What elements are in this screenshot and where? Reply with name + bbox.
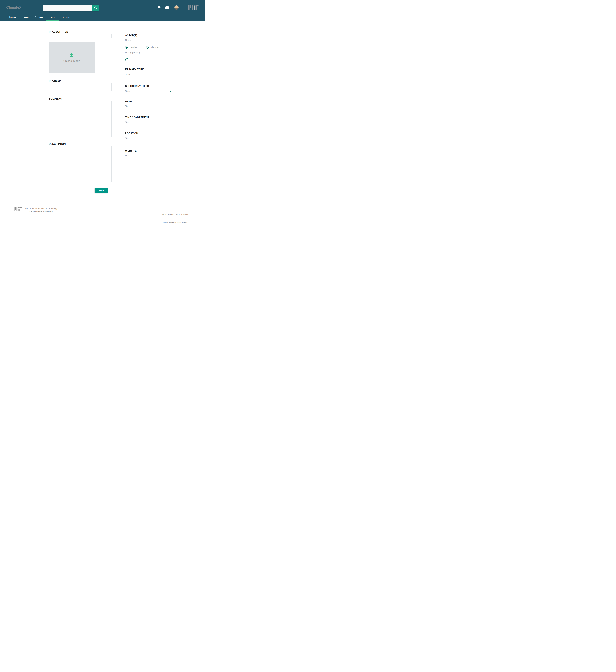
secondary-topic-select[interactable]: Select bbox=[125, 89, 172, 94]
secondary-topic-label: SECONDARY TOPIC bbox=[125, 84, 164, 88]
mit-footer-logo bbox=[14, 207, 22, 212]
time-commitment-label: TIME COMMITMENT bbox=[125, 116, 172, 119]
actor-url-input[interactable] bbox=[125, 51, 172, 54]
tagline-line1: We're scrappy. We're evolving. bbox=[162, 213, 189, 216]
date-field bbox=[125, 104, 172, 109]
climatex-logo[interactable]: ClimateX bbox=[6, 5, 21, 10]
footer: Massachusetts Institute of Technology Ca… bbox=[0, 204, 205, 224]
time-commitment-field bbox=[125, 120, 172, 125]
form-left-column: PROJECT TITLE Upload image PROBLEM SOLUT… bbox=[49, 21, 112, 193]
notifications-button[interactable] bbox=[158, 5, 161, 10]
primary-topic-label: PRIMARY TOPIC bbox=[125, 68, 164, 71]
radio-option-leader[interactable]: Leader bbox=[125, 46, 137, 49]
location-field bbox=[125, 136, 172, 141]
description-label: DESCRIPTION bbox=[49, 142, 100, 145]
nav-item-learn[interactable]: Learn bbox=[20, 15, 33, 21]
mail-icon bbox=[165, 6, 169, 9]
nav-item-home[interactable]: Home bbox=[6, 15, 19, 21]
header: ClimateX bbox=[0, 0, 205, 21]
radio-option-member[interactable]: Member bbox=[146, 46, 159, 49]
leader-radio-label: Leader bbox=[130, 46, 137, 49]
description-input[interactable] bbox=[49, 146, 112, 182]
header-actions bbox=[158, 0, 199, 15]
footer-tagline: We're scrappy. We're evolving. Tell us w… bbox=[162, 207, 189, 224]
institution-address: Massachusetts Institute of Technology Ca… bbox=[25, 207, 57, 213]
actor-url-field bbox=[125, 51, 172, 55]
search-icon bbox=[94, 6, 97, 10]
tagline-line2: Tell us what you want us to do. bbox=[162, 221, 189, 224]
chevron-down-icon bbox=[169, 73, 172, 76]
location-label: LOCATION bbox=[125, 132, 172, 135]
institution-city: Cambridge MA 02139-4307 bbox=[25, 210, 57, 213]
time-commitment-input[interactable] bbox=[125, 121, 172, 124]
actor-role-radios: Leader Member bbox=[125, 46, 172, 49]
search-button[interactable] bbox=[92, 5, 99, 11]
upload-icon bbox=[70, 53, 74, 58]
actor-name-field bbox=[125, 38, 172, 43]
primary-topic-value: Select bbox=[125, 73, 131, 76]
primary-topic-select[interactable]: Select bbox=[125, 73, 172, 77]
nav-item-connect[interactable]: Connect bbox=[33, 15, 46, 21]
search-bar bbox=[43, 5, 99, 11]
actors-label: ACTOR(S) bbox=[125, 34, 164, 37]
nav-item-about[interactable]: About bbox=[60, 15, 73, 21]
main-nav: Home Learn Connect Act About bbox=[0, 15, 205, 21]
project-form: PROJECT TITLE Upload image PROBLEM SOLUT… bbox=[0, 21, 205, 204]
messages-button[interactable] bbox=[165, 6, 169, 9]
solution-label: SOLUTION bbox=[49, 97, 100, 100]
website-input[interactable] bbox=[125, 154, 172, 157]
form-right-column: ACTOR(S) Leader Member bbox=[125, 21, 172, 158]
problem-label: PROBLEM bbox=[49, 79, 100, 82]
date-label: DATE bbox=[125, 100, 172, 103]
plus-circle-icon bbox=[125, 60, 129, 62]
upload-image-dropzone[interactable]: Upload image bbox=[49, 42, 95, 73]
date-input[interactable] bbox=[125, 105, 172, 108]
search-input[interactable] bbox=[43, 5, 92, 11]
header-top-bar: ClimateX bbox=[0, 0, 205, 15]
actor-name-input[interactable] bbox=[125, 39, 172, 42]
project-title-input[interactable] bbox=[49, 34, 112, 38]
institution-name: Massachusetts Institute of Technology bbox=[25, 207, 57, 210]
problem-input[interactable] bbox=[49, 83, 112, 91]
save-row: Save bbox=[49, 188, 112, 193]
website-label: WEBSITE bbox=[125, 149, 172, 152]
nav-item-act[interactable]: Act bbox=[46, 15, 59, 21]
mit-logo[interactable] bbox=[188, 5, 199, 10]
project-title-label: PROJECT TITLE bbox=[49, 30, 100, 33]
member-radio-label: Member bbox=[151, 46, 159, 49]
secondary-topic-value: Select bbox=[125, 90, 131, 93]
radio-unselected-icon bbox=[146, 46, 149, 49]
radio-selected-icon bbox=[125, 46, 128, 49]
bell-icon bbox=[158, 5, 161, 10]
save-button[interactable]: Save bbox=[95, 188, 108, 193]
website-field bbox=[125, 154, 172, 158]
user-avatar[interactable] bbox=[174, 5, 179, 10]
chevron-down-icon bbox=[169, 90, 172, 93]
location-input[interactable] bbox=[125, 137, 172, 140]
solution-input[interactable] bbox=[49, 101, 112, 137]
upload-image-label: Upload image bbox=[63, 59, 80, 63]
add-actor-button[interactable] bbox=[125, 58, 129, 62]
